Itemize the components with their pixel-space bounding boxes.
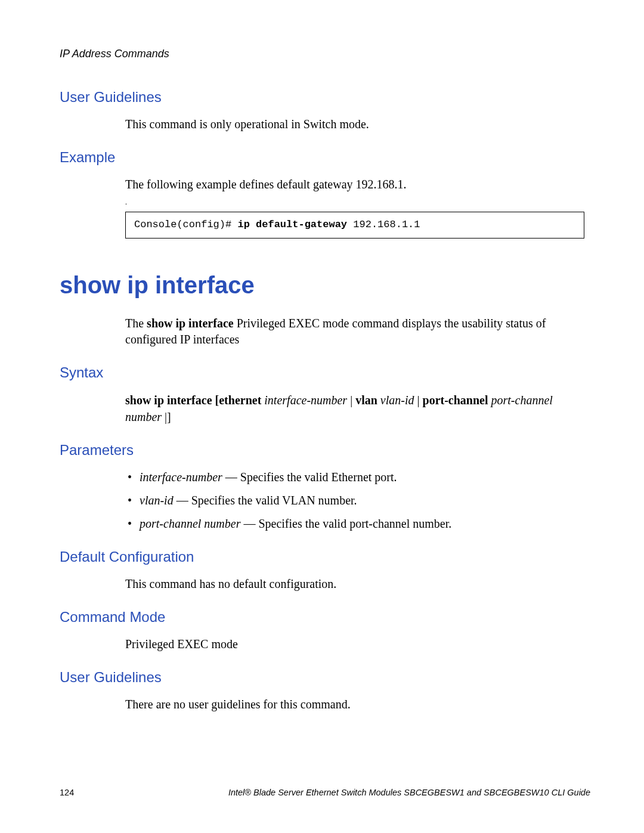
heading-user-guidelines-2: User Guidelines bbox=[60, 669, 590, 686]
paragraph-dot: . bbox=[125, 197, 584, 207]
parameter-term: vlan-id bbox=[140, 494, 174, 507]
document-page: IP Address Commands User Guidelines This… bbox=[0, 0, 644, 833]
paragraph: The show ip interface Privileged EXEC mo… bbox=[125, 315, 584, 348]
footer-title: Intel® Blade Server Ethernet Switch Modu… bbox=[98, 788, 590, 797]
parameter-list: interface-number — Specifies the valid E… bbox=[125, 469, 584, 532]
page-number: 124 bbox=[60, 788, 74, 797]
heading-default-configuration: Default Configuration bbox=[60, 549, 590, 565]
heading-user-guidelines-1: User Guidelines bbox=[60, 89, 590, 106]
parameter-desc: — Specifies the valid VLAN number. bbox=[174, 494, 357, 507]
parameter-desc: — Specifies the valid Ethernet port. bbox=[222, 470, 397, 484]
page-footer: 124 Intel® Blade Server Ethernet Switch … bbox=[60, 788, 590, 797]
text: The bbox=[125, 317, 147, 330]
body-example: The following example defines default ga… bbox=[125, 176, 584, 239]
syntax-sep: | bbox=[414, 394, 423, 407]
heading-example: Example bbox=[60, 149, 590, 166]
bold-command-name: show ip interface bbox=[147, 317, 234, 330]
list-item: vlan-id — Specifies the valid VLAN numbe… bbox=[125, 493, 584, 509]
body-command-mode: Privileged EXEC mode bbox=[125, 636, 584, 652]
heading-syntax: Syntax bbox=[60, 364, 590, 381]
paragraph: The following example defines default ga… bbox=[125, 176, 584, 193]
code-prefix: Console(config)# bbox=[134, 219, 237, 230]
body-user-guidelines-1: This command is only operational in Swit… bbox=[125, 116, 584, 132]
syntax-tail: |] bbox=[162, 410, 171, 423]
heading-command: show ip interface bbox=[60, 272, 590, 299]
syntax-bold: show ip interface bbox=[125, 394, 215, 407]
paragraph: This command is only operational in Swit… bbox=[125, 116, 584, 132]
paragraph: There are no user guidelines for this co… bbox=[125, 696, 584, 713]
heading-command-mode: Command Mode bbox=[60, 609, 590, 625]
parameter-term: interface-number bbox=[140, 470, 222, 484]
body-syntax: show ip interface [ethernet interface-nu… bbox=[125, 392, 584, 425]
body-user-guidelines-2: There are no user guidelines for this co… bbox=[125, 696, 584, 713]
parameter-desc: — Specifies the valid port-channel numbe… bbox=[240, 517, 451, 530]
syntax-italic: interface-number bbox=[264, 394, 347, 407]
paragraph: This command has no default configuratio… bbox=[125, 576, 584, 592]
heading-parameters: Parameters bbox=[60, 442, 590, 459]
code-suffix: 192.168.1.1 bbox=[347, 219, 420, 230]
list-item: interface-number — Specifies the valid E… bbox=[125, 469, 584, 485]
syntax-italic: vlan-id bbox=[380, 394, 414, 407]
syntax-bold: ethernet bbox=[219, 394, 264, 407]
syntax-line: show ip interface [ethernet interface-nu… bbox=[125, 392, 584, 425]
body-default-configuration: This command has no default configuratio… bbox=[125, 576, 584, 592]
running-header: IP Address Commands bbox=[60, 48, 590, 60]
code-command: ip default-gateway bbox=[237, 219, 347, 230]
parameter-term: port-channel number bbox=[140, 517, 240, 530]
body-command-intro: The show ip interface Privileged EXEC mo… bbox=[125, 315, 584, 348]
paragraph: Privileged EXEC mode bbox=[125, 636, 584, 652]
list-item: port-channel number — Specifies the vali… bbox=[125, 516, 584, 532]
body-parameters: interface-number — Specifies the valid E… bbox=[125, 469, 584, 532]
syntax-bold: port-channel bbox=[423, 394, 491, 407]
syntax-sep: | bbox=[347, 394, 355, 407]
code-box: Console(config)# ip default-gateway 192.… bbox=[125, 212, 584, 239]
syntax-bold: vlan bbox=[355, 394, 380, 407]
